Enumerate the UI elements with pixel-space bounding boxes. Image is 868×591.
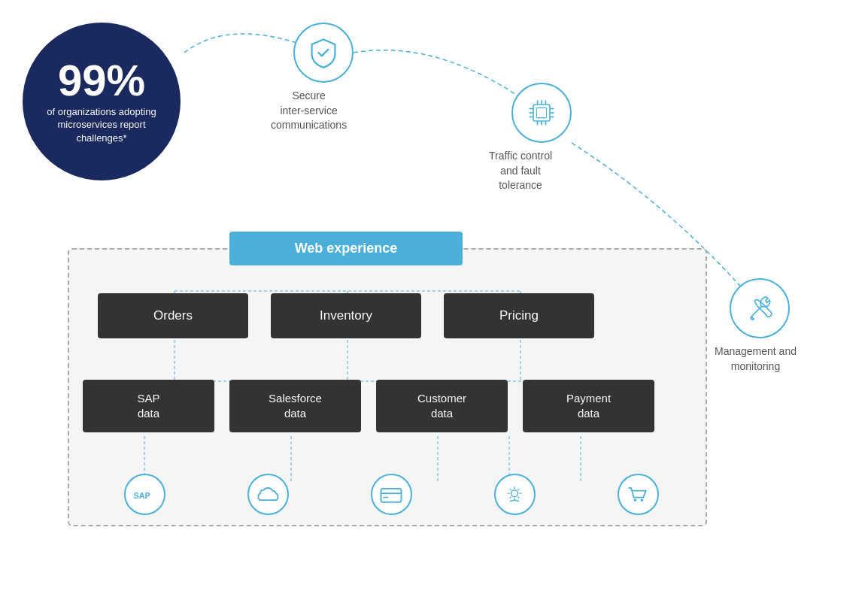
traffic-label: Traffic control and fault tolerance [489,149,552,193]
payment-data-block: Payment data [523,380,654,432]
hands-icon-circle [494,474,536,515]
mgmt-icon-circle [730,278,790,338]
credit-card-icon-circle [371,474,412,515]
orders-block: Orders [98,293,248,338]
svg-point-38 [511,489,518,496]
svg-rect-3 [533,105,550,121]
stat-percent: 99% [58,59,145,102]
pricing-block: Pricing [444,293,594,338]
svg-rect-4 [536,108,546,117]
shield-icon [307,36,340,69]
svg-text:SAP: SAP [134,491,150,500]
web-experience-banner: Web experience [229,232,463,265]
svg-line-43 [510,488,511,489]
tools-icon [743,292,776,325]
traffic-icon-circle [511,83,572,143]
shopping-cart-icon [624,481,651,508]
svg-point-47 [634,499,637,502]
inventory-block: Inventory [271,293,421,338]
salesforce-data-block: Salesforce data [229,380,361,432]
cloud-icon [254,481,281,508]
credit-card-icon [378,481,405,508]
data-row: SAP data Salesforce data Customer data P… [83,380,654,432]
svg-rect-35 [381,488,402,502]
salesforce-icon-circle [247,474,289,515]
sap-icon-circle: SAP [124,474,165,515]
svg-line-45 [518,488,520,489]
bottom-icons-row: SAP [83,474,700,515]
hands-icon [501,481,528,508]
svg-point-48 [641,499,644,502]
service-row: Orders Inventory Pricing [98,293,594,338]
svg-line-44 [518,496,520,498]
svg-line-46 [510,496,511,498]
secure-icon-circle [293,23,354,83]
secure-label: Secure inter-service communications [271,89,347,133]
sap-logo-icon: SAP [131,481,158,508]
diagram-container: 99% of organizations adopting microservi… [0,0,868,591]
stat-description: of organizations adopting microservices … [38,105,165,145]
sap-data-block: SAP data [83,380,214,432]
cart-icon-circle [618,474,659,515]
customer-data-block: Customer data [376,380,508,432]
chip-icon [525,96,558,129]
stat-circle: 99% of organizations adopting microservi… [23,23,181,180]
mgmt-label: Management and monitoring [715,344,797,374]
